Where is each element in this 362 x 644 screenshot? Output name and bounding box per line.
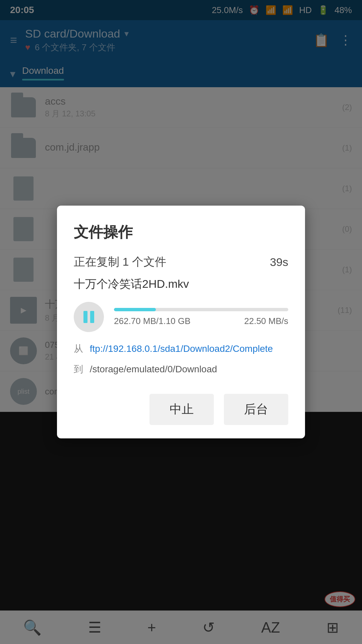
dialog-progress-row: 262.70 MB/1.10 GB 22.50 MB/s <box>74 302 288 332</box>
pause-icon <box>83 311 94 323</box>
dialog-filename: 十万个冷笑话2HD.mkv <box>74 276 288 292</box>
dest-label: 到 <box>74 364 83 374</box>
progress-speed: 22.50 MB/s <box>244 316 288 326</box>
pause-button[interactable] <box>74 302 104 332</box>
progress-track <box>114 308 288 311</box>
dialog-actions: 中止 后台 <box>74 394 288 425</box>
progress-fill <box>114 308 156 311</box>
modal-overlay: 文件操作 正在复制 1 个文件 39s 十万个冷笑话2HD.mkv 262.70… <box>0 0 362 644</box>
dialog-time-remaining: 39s <box>270 256 288 269</box>
dialog-status-text: 正在复制 1 个文件 <box>74 254 166 270</box>
file-operation-dialog: 文件操作 正在复制 1 个文件 39s 十万个冷笑话2HD.mkv 262.70… <box>57 206 305 438</box>
dialog-status-row: 正在复制 1 个文件 39s <box>74 254 288 270</box>
dialog-title: 文件操作 <box>74 222 288 242</box>
progress-current: 262.70 MB/1.10 GB <box>114 316 190 326</box>
dialog-dest: 到 /storage/emulated/0/Download <box>74 362 288 377</box>
cancel-button[interactable]: 中止 <box>149 394 214 425</box>
source-label: 从 <box>74 343 83 354</box>
source-url: ftp://192.168.0.1/sda1/Download2/Complet… <box>90 343 273 354</box>
progress-wrapper: 262.70 MB/1.10 GB 22.50 MB/s <box>114 308 288 326</box>
background-button[interactable]: 后台 <box>224 394 288 425</box>
dialog-source: 从 ftp://192.168.0.1/sda1/Download2/Compl… <box>74 341 288 357</box>
pause-bar-left <box>83 311 87 323</box>
progress-info: 262.70 MB/1.10 GB 22.50 MB/s <box>114 316 288 326</box>
dest-path: /storage/emulated/0/Download <box>90 364 217 374</box>
pause-bar-right <box>90 311 94 323</box>
